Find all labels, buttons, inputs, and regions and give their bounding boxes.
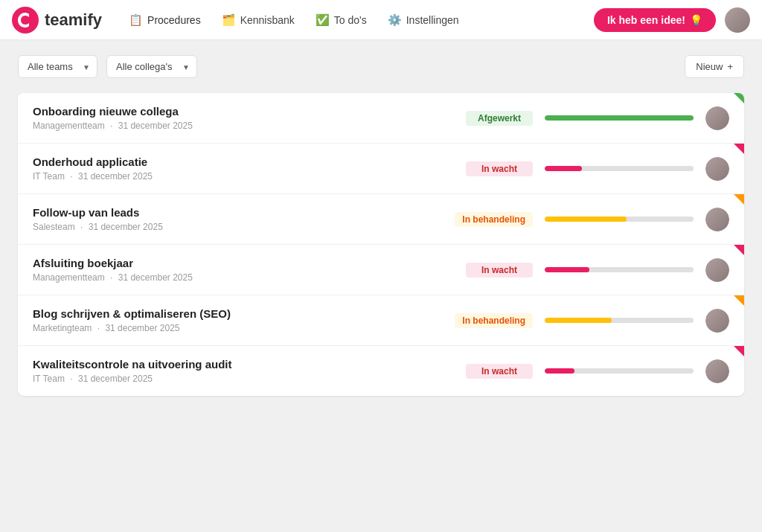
proc-right: In behandeling <box>455 309 729 333</box>
nav-links: 📋 Procedures 🗂️ Kennisbank ✅ To do's ⚙️ … <box>120 9 588 31</box>
proc-team: IT Team <box>33 374 65 384</box>
progress-area <box>545 368 694 374</box>
proc-meta: Managementteam · 31 december 2025 <box>33 272 466 283</box>
proc-date: 31 december 2025 <box>78 374 153 384</box>
list-item[interactable]: Afsluiting boekjaar Managementteam · 31 … <box>18 245 744 295</box>
idea-button-label: Ik heb een idee! <box>607 14 685 26</box>
instellingen-icon: ⚙️ <box>388 13 402 27</box>
status-badge: In wacht <box>466 263 533 278</box>
list-item[interactable]: Follow-up van leads Salesteam · 31 decem… <box>18 194 744 245</box>
proc-avatar-image <box>705 106 729 130</box>
proc-team: IT Team <box>33 171 65 182</box>
proc-right: Afgewerkt <box>466 106 729 130</box>
nav-label-instellingen: Instellingen <box>406 14 459 26</box>
nav-item-todos[interactable]: ✅ To do's <box>307 9 376 31</box>
main-content: Alle teams Alle collega's Nieuw + Onboar… <box>0 40 762 411</box>
proc-meta: IT Team · 31 december 2025 <box>33 171 466 182</box>
proc-avatar <box>705 258 729 282</box>
list-item[interactable]: Onderhoud applicatie IT Team · 31 decemb… <box>18 144 744 194</box>
colleagues-filter-wrapper: Alle collega's <box>106 55 197 78</box>
nav-item-instellingen[interactable]: ⚙️ Instellingen <box>379 9 468 31</box>
proc-date: 31 december 2025 <box>105 323 179 333</box>
procedures-icon: 📋 <box>129 13 143 27</box>
proc-right: In wacht <box>466 359 729 383</box>
list-item[interactable]: Blog schrijven & optimaliseren (SEO) Mar… <box>18 295 744 346</box>
proc-left: Follow-up van leads Salesteam · 31 decem… <box>33 206 455 232</box>
progress-bar-fill <box>545 115 694 121</box>
progress-area <box>545 217 694 222</box>
user-avatar[interactable] <box>725 7 750 33</box>
proc-meta-dot: · <box>70 171 72 182</box>
logo-area: teamify <box>12 7 102 33</box>
proc-date: 31 december 2025 <box>78 171 153 182</box>
list-item[interactable]: Kwaliteitscontrole na uitvoering audit I… <box>18 346 744 396</box>
proc-avatar <box>705 309 729 333</box>
proc-title: Onderhoud applicatie <box>33 156 466 168</box>
proc-title: Onboarding nieuwe collega <box>33 105 466 118</box>
procedure-list: Onboarding nieuwe collega Managementteam… <box>18 93 744 396</box>
proc-team: Managementteam <box>33 272 105 283</box>
new-button[interactable]: Nieuw + <box>685 55 744 78</box>
proc-avatar-image <box>705 258 729 282</box>
proc-meta-dot: · <box>70 374 72 384</box>
status-badge: In wacht <box>466 364 533 379</box>
navbar: teamify 📋 Procedures 🗂️ Kennisbank ✅ To … <box>0 0 762 40</box>
list-item[interactable]: Onboarding nieuwe collega Managementteam… <box>18 93 744 144</box>
progress-bar-bg <box>545 217 694 222</box>
progress-bar-fill <box>545 217 627 222</box>
proc-team: Marketingteam <box>33 323 92 333</box>
teams-filter[interactable]: Alle teams <box>18 55 97 78</box>
todos-icon: ✅ <box>316 13 330 27</box>
progress-bar-fill <box>545 166 582 171</box>
proc-avatar <box>705 359 729 383</box>
proc-meta: Managementteam · 31 december 2025 <box>33 121 466 131</box>
teamify-logo-icon <box>12 7 39 33</box>
proc-meta: IT Team · 31 december 2025 <box>33 374 466 384</box>
nav-item-kennisbank[interactable]: 🗂️ Kennisbank <box>213 9 304 31</box>
corner-accent <box>734 346 744 356</box>
proc-left: Onderhoud applicatie IT Team · 31 decemb… <box>33 156 466 182</box>
brand-name: teamify <box>45 10 102 30</box>
colleagues-filter[interactable]: Alle collega's <box>106 55 197 78</box>
proc-title: Follow-up van leads <box>33 206 455 219</box>
idea-icon: 💡 <box>690 14 702 26</box>
proc-left: Afsluiting boekjaar Managementteam · 31 … <box>33 257 466 283</box>
proc-avatar-image <box>705 208 729 231</box>
idea-button[interactable]: Ik heb een idee! 💡 <box>594 8 716 32</box>
proc-title: Blog schrijven & optimaliseren (SEO) <box>33 307 455 320</box>
proc-date: 31 december 2025 <box>118 272 193 283</box>
proc-meta-dot: · <box>110 272 112 283</box>
proc-right: In behandeling <box>455 208 729 231</box>
proc-left: Blog schrijven & optimaliseren (SEO) Mar… <box>33 307 455 333</box>
proc-meta: Salesteam · 31 december 2025 <box>33 222 455 232</box>
progress-bar-fill <box>545 368 574 374</box>
proc-right: In wacht <box>466 157 729 181</box>
nav-label-todos: To do's <box>334 14 367 26</box>
teams-filter-wrapper: Alle teams <box>18 55 97 78</box>
proc-avatar-image <box>705 359 729 383</box>
progress-area <box>545 267 694 272</box>
progress-bar-bg <box>545 368 694 374</box>
nav-right: Ik heb een idee! 💡 <box>594 7 750 33</box>
proc-left: Onboarding nieuwe collega Managementteam… <box>33 105 466 131</box>
corner-accent <box>734 144 744 154</box>
progress-area <box>545 166 694 171</box>
corner-accent <box>734 295 744 306</box>
corner-accent <box>734 194 744 205</box>
progress-area <box>545 318 694 323</box>
progress-bar-bg <box>545 267 694 272</box>
corner-accent <box>734 245 744 255</box>
proc-avatar-image <box>705 309 729 333</box>
corner-accent <box>734 93 744 103</box>
progress-bar-fill <box>545 318 612 323</box>
filters-row: Alle teams Alle collega's Nieuw + <box>18 55 744 78</box>
proc-team: Salesteam <box>33 222 75 232</box>
nav-item-procedures[interactable]: 📋 Procedures <box>120 9 210 31</box>
status-badge: In wacht <box>466 161 533 176</box>
proc-meta-dot: · <box>110 121 112 131</box>
svg-point-0 <box>12 7 39 33</box>
new-button-icon: + <box>727 61 733 72</box>
progress-bar-bg <box>545 318 694 323</box>
proc-meta-dot: · <box>97 323 100 333</box>
proc-avatar-image <box>705 157 729 181</box>
